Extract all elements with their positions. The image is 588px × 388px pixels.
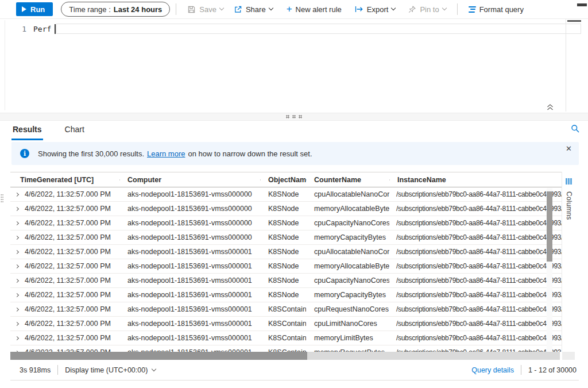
cell-instancename: /subscriptions/ebb79bc0-aa86-44a7-8111-c… [389,334,562,342]
new-alert-rule-label: New alert rule [296,5,342,14]
column-header-timegenerated[interactable]: TimeGenerated [UTC] [10,176,119,184]
tab-results[interactable]: Results [11,121,43,140]
toolbar-divider [457,3,458,15]
table-header: TimeGenerated [UTC] Computer ObjectName … [10,172,562,187]
row-expand-chevron-right-icon[interactable] [14,265,20,268]
cell-computer: aks-nodepool1-18153691-vmss000000 [119,205,260,213]
editor-cursor [55,24,56,34]
cell-instancename: /subscriptions/ebb79bc0-aa86-44a7-8111-c… [389,248,562,256]
panel-splitter[interactable] [0,113,588,121]
row-expand-chevron-right-icon[interactable] [14,236,20,239]
display-time-dropdown[interactable]: Display time (UTC+00:00) [65,366,156,374]
column-header-countername[interactable]: CounterName [306,176,389,184]
row-expand-chevron-right-icon[interactable] [14,193,20,196]
table-row[interactable]: 4/6/2022, 11:32:57.000 PM aks-nodepool1-… [10,288,562,302]
column-header-objectname[interactable]: ObjectName [260,176,306,184]
table-row[interactable]: 4/6/2022, 11:32:57.000 PM aks-nodepool1-… [10,345,562,352]
cell-objectname: K8SContainer [260,320,306,328]
cell-objectname: K8SNode [260,262,306,270]
info-banner: i Showing the first 30,000 results. Lear… [11,142,579,165]
share-icon [234,5,242,14]
ruler-cursor-mark [567,20,581,22]
cell-objectname: K8SNode [260,205,306,213]
chevron-down-icon [391,6,396,10]
query-line-number: 1 [16,25,26,33]
table-row[interactable]: 4/6/2022, 11:32:57.000 PM aks-nodepool1-… [10,274,562,288]
new-alert-rule-button[interactable]: + New alert rule [281,2,347,17]
horizontal-scrollbar-thumb[interactable] [10,352,307,360]
format-query-button[interactable]: Format query [463,2,529,17]
horizontal-scrollbar-track[interactable] [10,352,560,360]
table-row[interactable]: 4/6/2022, 11:32:57.000 PM aks-nodepool1-… [10,231,562,245]
table-row[interactable]: 4/6/2022, 11:32:57.000 PM aks-nodepool1-… [10,202,562,216]
pin-to-button[interactable]: Pin to [403,2,451,17]
query-details-link[interactable]: Query details [471,366,514,374]
format-query-label: Format query [479,5,524,14]
columns-panel-toggle[interactable]: Columns [562,172,575,352]
table-row[interactable]: 4/6/2022, 11:32:57.000 PM aks-nodepool1-… [10,331,562,345]
row-expand-chevron-right-icon[interactable] [14,251,20,253]
info-icon: i [20,149,29,158]
banner-text: Showing the first 30,000 results. [38,149,144,158]
tab-chart[interactable]: Chart [64,121,86,140]
cell-instancename: /subscriptions/ebb79bc0-aa86-44a7-8111-c… [389,233,562,241]
table-row[interactable]: 4/6/2022, 11:32:57.000 PM aks-nodepool1-… [10,245,562,259]
cell-countername: cpuRequestNanoCores [306,305,389,313]
cell-timegenerated: 4/6/2022, 11:32:57.000 PM [25,320,111,328]
ellipsis-grip-icon [292,115,296,118]
footer-divider [57,365,58,375]
row-expand-chevron-right-icon[interactable] [14,208,20,210]
cell-computer: aks-nodepool1-18153691-vmss000000 [119,190,260,198]
row-expand-chevron-right-icon[interactable] [14,279,20,282]
table-row[interactable]: 4/6/2022, 11:32:57.000 PM aks-nodepool1-… [10,317,562,331]
left-panel-grip-icon[interactable] [1,194,3,203]
vertical-scrollbar-thumb[interactable] [547,191,552,262]
banner-text-after: on how to narrow down the result set. [188,149,312,158]
cell-instancename: /subscriptions/ebb79bc0-aa86-44a7-8111-c… [389,305,562,313]
share-button-label: Share [246,5,266,14]
share-button[interactable]: Share [229,2,278,17]
row-expand-chevron-right-icon[interactable] [14,322,20,325]
cell-timegenerated: 4/6/2022, 11:32:57.000 PM [25,262,111,270]
ellipsis-grip-icon [299,115,302,118]
learn-more-link[interactable]: Learn more [147,149,185,158]
table-body: 4/6/2022, 11:32:57.000 PM aks-nodepool1-… [10,187,562,352]
format-lines-icon [469,6,476,13]
table-row[interactable]: 4/6/2022, 11:32:57.000 PM aks-nodepool1-… [10,216,562,231]
save-floppy-icon [187,5,196,14]
search-results-button[interactable] [571,124,580,133]
row-expand-chevron-right-icon[interactable] [14,337,20,340]
table-row[interactable]: 4/6/2022, 11:32:57.000 PM aks-nodepool1-… [10,187,562,202]
pagination-label: 1 - 12 of 30000 [528,366,577,374]
cell-countername: memoryLimitBytes [306,334,389,342]
column-header-instancename[interactable]: InstanceName [389,176,562,184]
run-button[interactable]: Run [16,2,53,16]
export-arrow-icon [354,5,363,13]
time-range-picker[interactable]: Time range : Last 24 hours [61,2,170,17]
cell-instancename: /subscriptions/ebb79bc0-aa86-44a7-8111-c… [389,262,562,270]
query-editor[interactable]: 1 Perf [0,18,588,113]
export-button[interactable]: Export [349,2,401,17]
cell-countername: memoryAllocatableBytes [306,262,389,270]
row-expand-chevron-right-icon[interactable] [14,308,20,311]
save-button[interactable]: Save [182,2,229,17]
cell-instancename: /subscriptions/ebb79bc0-aa86-44a7-8111-c… [389,219,562,227]
results-tabs: Results Chart [11,121,588,140]
cell-timegenerated: 4/6/2022, 11:32:57.000 PM [25,233,111,241]
time-range-label: Time range : [69,5,111,14]
row-expand-chevron-right-icon[interactable] [14,294,20,297]
time-range-value: Last 24 hours [114,5,163,14]
table-row[interactable]: 4/6/2022, 11:32:57.000 PM aks-nodepool1-… [10,259,562,274]
banner-close-button[interactable]: ✕ [566,145,572,152]
cell-timegenerated: 4/6/2022, 11:32:57.000 PM [25,276,111,285]
chevron-down-icon [219,6,224,10]
cell-computer: aks-nodepool1-18153691-vmss000000 [119,233,260,241]
cell-computer: aks-nodepool1-18153691-vmss000001 [119,334,260,342]
table-row[interactable]: 4/6/2022, 11:32:57.000 PM aks-nodepool1-… [10,302,562,317]
cell-objectname: K8SNode [260,190,306,198]
cell-instancename: /subscriptions/ebb79bc0-aa86-44a7-8111-c… [389,320,562,328]
column-header-computer[interactable]: Computer [119,176,260,184]
row-expand-chevron-right-icon[interactable] [14,222,20,225]
collapse-editor-button[interactable] [546,103,556,112]
chevron-down-icon [442,6,446,10]
